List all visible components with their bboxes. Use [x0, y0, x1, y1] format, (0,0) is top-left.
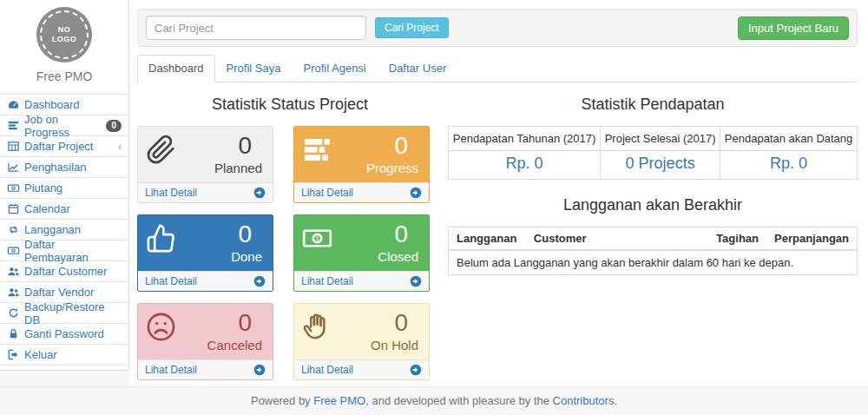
sidebar-item-penghasilan[interactable]: Penghasilan — [0, 157, 128, 178]
status-card-closed: 1 0 Closed Lihat Detail — [293, 214, 430, 292]
income-stat-value[interactable]: Rp. 0 — [720, 151, 858, 180]
arrow-circle-right-icon — [253, 364, 266, 376]
sidebar: NO LOGO Free PMO Dashboard Job on Progre… — [0, 0, 129, 371]
frown-icon — [146, 312, 176, 342]
money-icon: 1 — [302, 223, 332, 254]
column-header: Customer — [526, 227, 708, 251]
sidebar-item-label: Daftar Customer — [24, 265, 107, 278]
contributors-link[interactable]: Contributors — [553, 394, 615, 407]
sidebar-item-label: Daftar Project — [24, 140, 93, 153]
tab-daftar-user[interactable]: Daftar User — [378, 55, 457, 82]
no-logo-badge: NO LOGO — [36, 7, 92, 63]
hand-icon — [302, 312, 332, 342]
lihat-detail-label: Lihat Detail — [301, 187, 353, 199]
income-section: Statistik Pendapatan Pendapatan Tahunan … — [448, 94, 858, 392]
line-chart-icon — [7, 161, 20, 175]
sidebar-item-piutang[interactable]: Piutang — [0, 178, 128, 199]
status-card-body: 0 Planned — [138, 127, 273, 182]
refresh-icon — [7, 306, 20, 320]
lihat-detail-link[interactable]: Lihat Detail — [294, 182, 429, 202]
subscription-section-title: Langganan akan Berakhir — [448, 196, 858, 214]
dashboard-icon — [7, 98, 20, 112]
sidebar-item-ganti-password[interactable]: Ganti Password — [0, 324, 128, 345]
calendar-icon — [7, 202, 20, 216]
lihat-detail-link[interactable]: Lihat Detail — [294, 271, 429, 291]
income-stat-label: Pendapatan akan Datang — [720, 127, 858, 151]
status-card-body: 0 On Hold — [294, 304, 429, 359]
lihat-detail-label: Lihat Detail — [301, 275, 353, 287]
sidebar-item-calendar[interactable]: Calendar — [0, 199, 128, 220]
tab-profil-agensi[interactable]: Profil Agensi — [292, 55, 377, 82]
column-header: Langganan — [449, 227, 526, 251]
arrow-circle-right-icon — [253, 187, 266, 199]
status-card-body: 1 0 Closed — [294, 215, 429, 271]
sidebar-item-keluar[interactable]: Keluar — [0, 345, 128, 366]
search-button[interactable]: Cari Project — [375, 17, 449, 38]
status-card-progress: 0 Progress Lihat Detail — [293, 126, 430, 203]
lihat-detail-link[interactable]: Lihat Detail — [138, 271, 273, 291]
lihat-detail-label: Lihat Detail — [301, 364, 353, 376]
sidebar-item-label: Daftar Pembayaran — [24, 238, 122, 264]
footer-text: . — [614, 394, 617, 407]
new-project-button[interactable]: Input Project Baru — [738, 16, 849, 40]
job-count-badge: 0 — [106, 120, 122, 132]
sidebar-item-daftar-project[interactable]: Daftar Project ‹ — [0, 136, 128, 157]
thumbs-up-icon — [146, 223, 176, 254]
search-input[interactable] — [146, 16, 366, 40]
tasks-icon — [7, 119, 20, 133]
no-logo-text: NO LOGO — [52, 25, 77, 45]
tab-bar: Dashboard Profil Saya Profil Agensi Daft… — [137, 55, 858, 82]
free-pmo-link[interactable]: Free PMO — [313, 394, 365, 407]
sidebar-item-backup-restore-db[interactable]: Backup/Restore DB — [0, 303, 128, 324]
lihat-detail-link[interactable]: Lihat Detail — [138, 359, 273, 379]
column-header: Tagihan — [708, 227, 766, 251]
status-section: Statistik Status Project 0 Planned Lihat… — [137, 94, 443, 392]
income-stat-value[interactable]: Rp. 0 — [449, 151, 601, 180]
sidebar-item-label: Dashboard — [24, 98, 80, 111]
tab-dashboard[interactable]: Dashboard — [137, 55, 215, 82]
lock-icon — [7, 327, 20, 341]
arrow-circle-right-icon — [410, 364, 422, 376]
main-content: Cari Project Input Project Baru Dashboar… — [129, 0, 868, 386]
lihat-detail-label: Lihat Detail — [145, 275, 197, 287]
income-stat-label: Pendapatan Tahunan (2017) — [449, 127, 601, 151]
table-icon — [7, 140, 20, 154]
lihat-detail-label: Lihat Detail — [145, 364, 197, 376]
lihat-detail-label: Lihat Detail — [145, 187, 197, 199]
paperclip-icon — [146, 135, 176, 165]
status-card-body: 0 Progress — [294, 127, 429, 182]
arrow-circle-right-icon — [253, 275, 266, 287]
sidebar-menu: Dashboard Job on Progress 0 Daftar Proje… — [0, 94, 128, 366]
repeat-icon — [7, 223, 20, 237]
sidebar-item-daftar-pembayaran[interactable]: Daftar Pembayaran — [0, 240, 128, 261]
status-cards: 0 Planned Lihat Detail — [137, 126, 443, 392]
sidebar-item-daftar-customer[interactable]: Daftar Customer — [0, 261, 128, 282]
brand-name: Free PMO — [0, 69, 128, 83]
money-icon — [7, 244, 20, 258]
income-stat-value[interactable]: 0 Projects — [601, 151, 720, 180]
project-search-bar: Cari Project Input Project Baru — [137, 9, 858, 47]
svg-text:1: 1 — [315, 234, 319, 242]
status-card-onhold: 0 On Hold Lihat Detail — [293, 303, 430, 380]
sidebar-item-label: Daftar Vendor — [24, 286, 94, 299]
arrow-circle-right-icon — [410, 275, 422, 287]
subscription-table: Langganan Customer Tagihan Perpanjangan … — [448, 227, 858, 275]
users-icon — [7, 286, 20, 300]
sidebar-item-label: Ganti Password — [24, 327, 104, 340]
status-card-canceled: 0 Canceled Lihat Detail — [137, 303, 273, 380]
arrow-circle-right-icon — [410, 187, 422, 199]
status-card-body: 0 Canceled — [138, 304, 273, 359]
sidebar-item-job-on-progress[interactable]: Job on Progress 0 — [0, 115, 128, 136]
income-section-title: Statistik Pendapatan — [448, 96, 858, 114]
sidebar-item-label: Job on Progress — [24, 113, 106, 139]
lihat-detail-link[interactable]: Lihat Detail — [138, 182, 273, 202]
lihat-detail-link[interactable]: Lihat Detail — [294, 359, 429, 379]
tasks-icon — [302, 135, 332, 165]
status-section-title: Statistik Status Project — [137, 96, 443, 114]
status-card-body: 0 Done — [138, 215, 273, 271]
sidebar-item-label: Penghasilan — [24, 161, 87, 174]
tab-profil-saya[interactable]: Profil Saya — [215, 55, 293, 82]
users-icon — [7, 265, 20, 279]
footer-text: Powered by — [251, 394, 313, 407]
empty-message: Belum ada Langganan yang akan berakhir d… — [449, 250, 858, 275]
